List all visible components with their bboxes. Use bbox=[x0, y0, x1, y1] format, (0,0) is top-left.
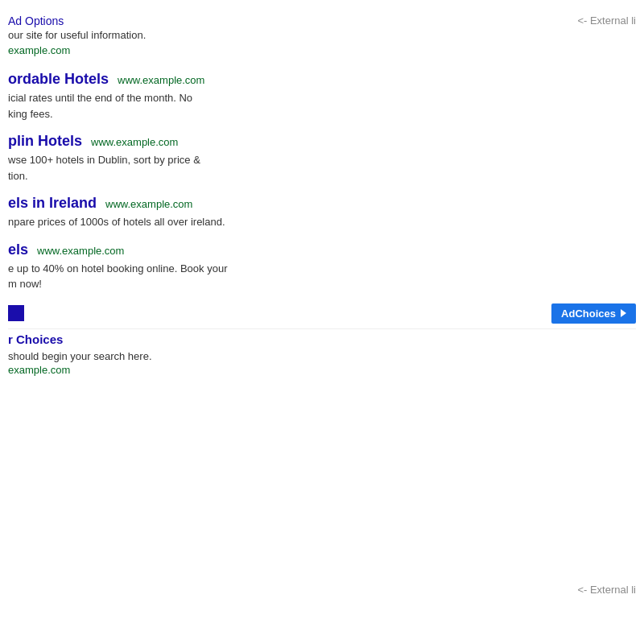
adchoices-button[interactable]: AdChoices bbox=[551, 303, 636, 324]
ad-entry-discount-hotels: els www.example.com e up to 40% on hotel… bbox=[0, 242, 644, 292]
ad-desc-affordable-hotels: icial rates until the end of the month. … bbox=[8, 90, 644, 122]
ad-desc-dublin-hotels: wse 100+ hotels in Dublin, sort by price… bbox=[8, 152, 644, 184]
adchoices-left-box bbox=[8, 305, 24, 321]
ad-options-link[interactable]: Ad Options bbox=[8, 14, 64, 27]
adchoices-label: AdChoices bbox=[561, 308, 616, 320]
ad-entry-dublin-hotels: plin Hotels www.example.com wse 100+ hot… bbox=[0, 133, 644, 184]
ad-title-affordable-hotels[interactable]: ordable Hotels bbox=[8, 71, 113, 87]
ad-title-dublin-hotels[interactable]: plin Hotels bbox=[8, 133, 86, 149]
ad-entry-ireland-hotels: els in Ireland www.example.com npare pri… bbox=[0, 195, 644, 230]
divider bbox=[8, 328, 636, 329]
ad-desc-ireland-hotels: npare prices of 1000s of hotels all over… bbox=[8, 214, 644, 230]
ad-domain-affordable-hotels: www.example.com bbox=[118, 74, 204, 86]
ad-options-section: Ad Options our site for useful informati… bbox=[0, 8, 644, 68]
adchoices-bar: AdChoices bbox=[8, 303, 636, 324]
external-label-top: <- External li bbox=[577, 14, 636, 27]
ad-entry-affordable-hotels: ordable Hotels www.example.com icial rat… bbox=[0, 71, 644, 122]
ad-domain-discount-hotels: www.example.com bbox=[37, 245, 124, 257]
bottom-section: r Choices should begin your search here.… bbox=[0, 332, 644, 377]
bottom-choices-link[interactable]: r Choices bbox=[8, 332, 63, 346]
external-label-bottom: <- External li bbox=[577, 584, 636, 596]
ad-title-ireland-hotels[interactable]: els in Ireland bbox=[8, 195, 101, 211]
top-domain: example.com bbox=[8, 44, 628, 56]
adchoices-icon bbox=[621, 309, 626, 317]
ad-desc-discount-hotels: e up to 40% on hotel booking online. Boo… bbox=[8, 261, 644, 292]
bottom-domain: example.com bbox=[8, 364, 644, 376]
page-container: <- External li Ad Options our site for u… bbox=[0, 0, 644, 644]
bottom-description: should begin your search here. bbox=[8, 349, 644, 365]
ad-title-discount-hotels[interactable]: els bbox=[8, 242, 32, 258]
ad-domain-dublin-hotels: www.example.com bbox=[91, 136, 178, 148]
ad-domain-ireland-hotels: www.example.com bbox=[105, 198, 192, 210]
site-info-text: our site for useful information. bbox=[8, 29, 628, 41]
